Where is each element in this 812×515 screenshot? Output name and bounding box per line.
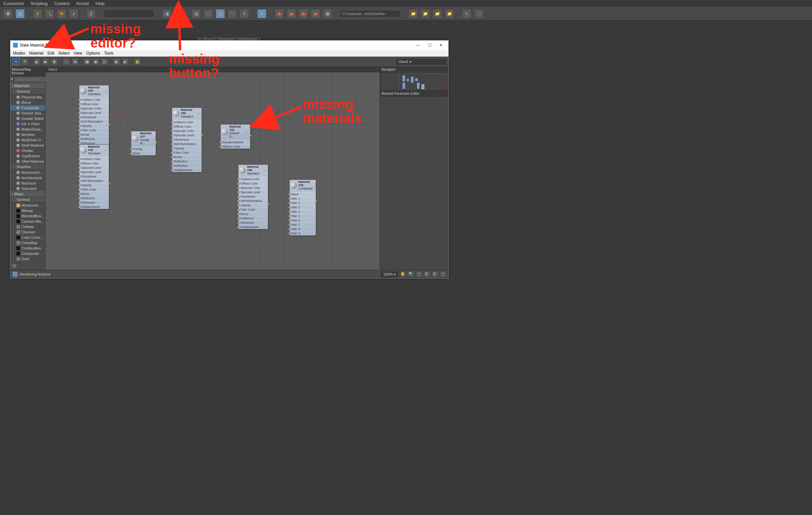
- node-slot[interactable]: Opacity: [238, 203, 268, 207]
- node-canvas[interactable]: Material #25Standard– Ambient ColorDiffu…: [46, 72, 380, 270]
- render-setup-icon[interactable]: 🫖: [274, 9, 284, 19]
- toggle-layer-icon[interactable]: ⬚: [204, 9, 213, 19]
- align-icon[interactable]: ≡: [174, 9, 183, 19]
- node-slot[interactable]: Filter Color: [238, 207, 268, 211]
- folder3-icon[interactable]: 📁: [433, 9, 442, 19]
- move-children-icon[interactable]: ⬚: [63, 58, 70, 65]
- bg-icon[interactable]: ◫: [101, 58, 108, 65]
- node-slot[interactable]: Mat. 7: [290, 222, 316, 227]
- node-slot[interactable]: Mat. 9: [290, 231, 316, 235]
- list-item[interactable]: Blend: [10, 100, 45, 105]
- node-slot[interactable]: Specular Level: [79, 111, 109, 115]
- list-item[interactable]: Double Sided: [10, 116, 45, 121]
- material-node-27[interactable]: Material #27Double Si...– FacingBack: [131, 131, 156, 156]
- list-item[interactable]: Composite: [10, 251, 45, 256]
- node-slot[interactable]: Self-Illumination: [79, 119, 109, 123]
- node-slot[interactable]: Glossiness: [172, 137, 202, 142]
- list-item[interactable]: BlendedBox...: [10, 213, 45, 219]
- pan-icon[interactable]: ✋: [400, 271, 406, 277]
- render-frame-icon[interactable]: 🫖: [287, 9, 296, 19]
- node-slot[interactable]: Mat. 3: [290, 205, 316, 209]
- slate-menu-edit[interactable]: Edit: [48, 51, 55, 56]
- zoom-extents-icon[interactable]: ⊡: [424, 271, 430, 277]
- node-slot[interactable]: Ambient Color: [172, 120, 202, 124]
- next-icon[interactable]: ▶: [42, 58, 49, 65]
- list-item[interactable]: Camera Ma...: [10, 219, 45, 224]
- node-slot[interactable]: Ambient Color: [79, 157, 109, 161]
- list-item[interactable]: Ink 'n Paint: [10, 121, 45, 126]
- schematic-icon[interactable]: ↧: [240, 9, 249, 19]
- canvas-tab[interactable]: View1: [46, 67, 380, 72]
- list-item[interactable]: Top/Bottom: [10, 153, 45, 159]
- collapse-icon[interactable]: –: [197, 112, 200, 115]
- node-slot[interactable]: Specular Level: [238, 190, 268, 194]
- collapse-icon[interactable]: –: [153, 137, 156, 140]
- list-item[interactable]: Checker: [10, 229, 45, 235]
- node-slot[interactable]: Mat. 2: [290, 201, 316, 205]
- subcat-maps-general[interactable]: - General: [10, 197, 45, 203]
- subcat-materials-general[interactable]: - General: [10, 89, 45, 94]
- tool-b-icon[interactable]: ⬚: [474, 9, 484, 19]
- delete-icon[interactable]: 🗑: [51, 58, 58, 65]
- pick-icon[interactable]: ◐: [121, 58, 129, 65]
- node-slot[interactable]: Reflection: [79, 196, 109, 200]
- close-button[interactable]: ✕: [436, 42, 446, 49]
- parameter-editor-body[interactable]: [380, 96, 448, 270]
- node-slot[interactable]: Self-Illumination: [172, 142, 202, 146]
- layers-icon[interactable]: ▤: [192, 9, 201, 19]
- material-editor-icon[interactable]: ⠿: [257, 9, 266, 19]
- list-item[interactable]: Advanced...: [10, 203, 45, 208]
- list-item[interactable]: Multi/Sub-O...: [10, 137, 45, 143]
- node-slot[interactable]: Ambient Color: [79, 97, 109, 102]
- collapse-icon[interactable]: –: [245, 130, 249, 134]
- list-item[interactable]: Architectural: [10, 175, 45, 180]
- node-slot[interactable]: Refraction: [172, 164, 202, 168]
- node-slot[interactable]: Specular Color: [238, 185, 268, 190]
- node-slot[interactable]: Glossiness: [79, 115, 109, 119]
- material-node-25[interactable]: Material #25Standard– Ambient ColorDiffu…: [79, 85, 109, 150]
- material-node-26[interactable]: Material #26Standard– Ambient ColorDiffu…: [79, 144, 109, 209]
- node-slot[interactable]: Specular Color: [79, 106, 109, 111]
- slate-menu-material[interactable]: Material: [29, 51, 44, 56]
- cat-materials[interactable]: - Materials: [10, 83, 45, 89]
- show-map-icon[interactable]: ▦: [83, 58, 91, 65]
- node-slot[interactable]: Refraction: [238, 220, 268, 225]
- node-slot[interactable]: Diffuse Color: [221, 144, 250, 149]
- assign-material-icon[interactable]: ◐: [33, 58, 40, 65]
- dope-sheet-icon[interactable]: 〰: [228, 9, 237, 19]
- list-item[interactable]: Raytrace: [10, 180, 45, 186]
- node-slot[interactable]: Self-Illumination: [79, 178, 109, 183]
- maximize-button[interactable]: ☐: [425, 42, 434, 49]
- pointer-tool-icon[interactable]: ↖: [12, 58, 20, 65]
- zoom-extents-sel-icon[interactable]: ⊡: [432, 271, 438, 277]
- list-item[interactable]: Falloff: [10, 261, 45, 262]
- angle-snap-icon[interactable]: ⎿: [45, 9, 54, 19]
- node-slot[interactable]: Bump: [238, 211, 268, 216]
- menu-help[interactable]: Help: [95, 1, 105, 6]
- browser-tree[interactable]: - Materials - General Physical Ma... Ble…: [10, 83, 45, 262]
- layout-icon[interactable]: ⊞: [71, 58, 79, 65]
- node-slot[interactable]: Mat. 8: [290, 227, 316, 231]
- curve-editor-icon[interactable]: ◫: [215, 9, 225, 19]
- navigator-map[interactable]: [380, 72, 448, 90]
- percent-snap-icon[interactable]: %: [57, 9, 66, 19]
- node-slot[interactable]: Filter Color: [79, 128, 109, 132]
- list-item[interactable]: ColorMap: [10, 240, 45, 246]
- node-slot[interactable]: Filter Color: [172, 150, 202, 155]
- mirror-icon[interactable]: ◨: [162, 9, 171, 19]
- list-item[interactable]: Shellac: [10, 148, 45, 153]
- node-slot[interactable]: Specular Color: [172, 128, 202, 133]
- slate-menu-view[interactable]: View: [74, 51, 82, 56]
- list-item[interactable]: Matte/Shad...: [10, 126, 45, 132]
- node-slot[interactable]: Specular Level: [79, 170, 109, 174]
- node-slot[interactable]: Reflection: [238, 216, 268, 220]
- node-slot[interactable]: Diffuse Color: [238, 181, 268, 185]
- window-titlebar[interactable]: Slate Material Editor — ☐ ✕: [10, 40, 448, 50]
- node-slot[interactable]: Displacement: [172, 168, 202, 172]
- collapse-icon[interactable]: –: [263, 168, 266, 172]
- list-item[interactable]: Advanced L...: [10, 170, 45, 175]
- list-item[interactable]: Dent: [10, 256, 45, 261]
- zoom-tool-icon[interactable]: 🔍: [408, 271, 414, 277]
- node-slot[interactable]: Ambient Color: [238, 177, 268, 181]
- list-item[interactable]: Composite: [10, 105, 45, 111]
